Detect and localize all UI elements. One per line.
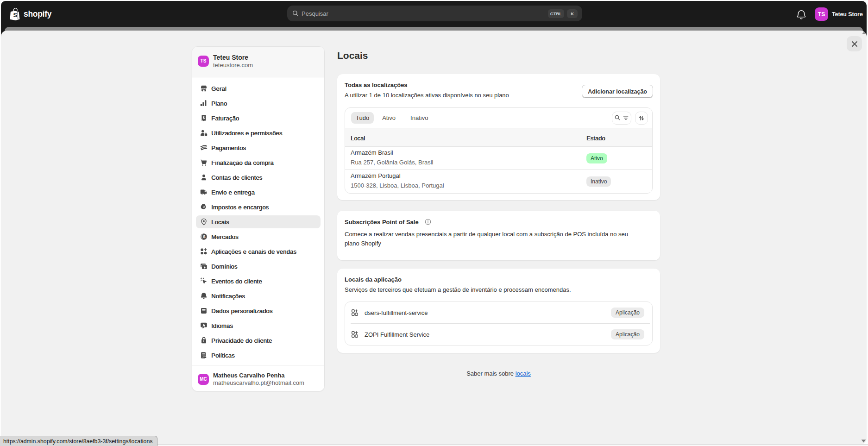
svg-text:$: $ <box>203 234 206 239</box>
svg-text:S: S <box>13 12 18 19</box>
